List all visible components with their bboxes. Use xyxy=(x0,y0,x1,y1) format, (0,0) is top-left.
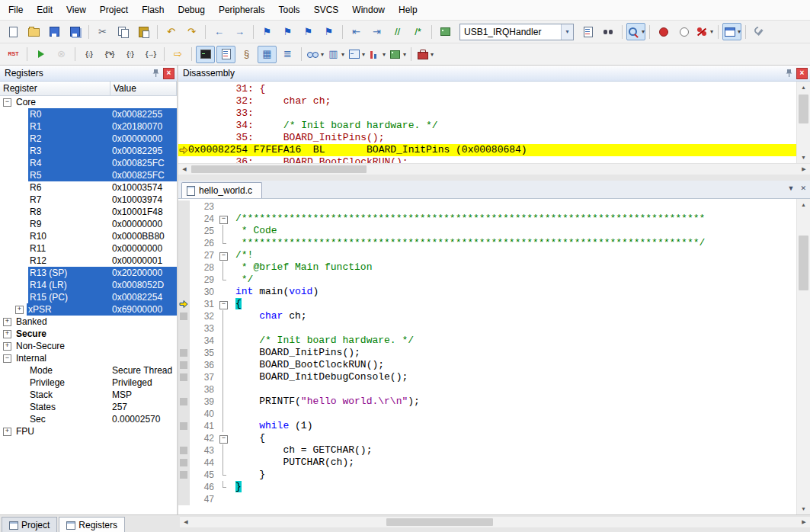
breakpoint-gutter[interactable] xyxy=(178,237,190,249)
register-row[interactable]: R90x00000000 xyxy=(0,218,177,230)
dropdown-arrow-icon[interactable]: ▾ xyxy=(362,51,365,58)
translate-button[interactable] xyxy=(578,23,597,40)
code-line[interactable]: 23 xyxy=(178,200,796,213)
menu-project[interactable]: Project xyxy=(93,2,135,18)
register-row[interactable]: ModeSecure Thread xyxy=(0,364,177,377)
disassembly-line[interactable]: 33: xyxy=(178,107,796,120)
register-row[interactable]: −Internal xyxy=(0,352,177,364)
editor-code-area[interactable]: 2324−/**********************************… xyxy=(178,199,796,514)
command-window-button[interactable] xyxy=(196,46,215,63)
disassembly-code-area[interactable]: 31: { 32: char ch; 33: 34: /* Init board… xyxy=(178,82,796,163)
new-file-button[interactable] xyxy=(4,23,23,40)
expand-icon[interactable]: + xyxy=(3,342,11,351)
code-line[interactable]: 27−/*! xyxy=(178,249,796,261)
dropdown-arrow-icon[interactable]: ▾ xyxy=(321,51,324,58)
toolbox-button[interactable]: ▾ xyxy=(415,46,434,63)
disassembly-vscrollbar[interactable]: ▲ ▼ xyxy=(796,82,810,163)
code-line-marker[interactable] xyxy=(180,349,187,357)
scroll-left-icon[interactable]: ◀ xyxy=(180,517,192,527)
breakpoint-gutter[interactable] xyxy=(178,359,190,371)
reset-button[interactable]: RST xyxy=(4,46,23,63)
next-bookmark-button[interactable]: ⚑ xyxy=(299,23,318,40)
register-row[interactable]: R80x10001F48 xyxy=(0,206,177,218)
value-column-header[interactable]: Value xyxy=(110,82,177,95)
stop-button[interactable]: ⊗ xyxy=(52,46,71,63)
breakpoint-gutter[interactable] xyxy=(178,347,190,359)
pin-icon[interactable] xyxy=(150,68,161,79)
scroll-right-icon[interactable]: ▶ xyxy=(798,517,810,527)
code-line[interactable]: 31−{ xyxy=(178,298,796,310)
code-line-marker[interactable] xyxy=(180,422,187,430)
registers-window-button[interactable]: ▦ xyxy=(258,46,277,63)
redo-button[interactable]: ↷ xyxy=(182,23,201,40)
menu-view[interactable]: View xyxy=(59,2,93,18)
dropdown-arrow-icon[interactable]: ▾ xyxy=(642,28,645,35)
code-line-marker[interactable] xyxy=(180,398,187,405)
disassembly-line[interactable]: 34: /* Init board hardware. */ xyxy=(178,120,796,132)
enable-disable-breakpoint-button[interactable] xyxy=(674,23,693,40)
code-line-marker[interactable] xyxy=(180,361,187,369)
show-next-statement-button[interactable]: ⇨ xyxy=(168,46,187,63)
dropdown-arrow-icon[interactable]: ▾ xyxy=(383,51,386,58)
register-row[interactable]: R13 (SP)0x20200000 xyxy=(0,267,177,279)
code-line-marker[interactable] xyxy=(180,447,187,454)
code-line[interactable]: 40 xyxy=(178,408,796,420)
code-line[interactable]: 39 PRINTF("hello world.\r\n"); xyxy=(178,396,796,408)
breakpoint-gutter[interactable] xyxy=(178,420,190,432)
save-button[interactable] xyxy=(45,23,64,40)
breakpoint-gutter[interactable] xyxy=(178,213,190,225)
register-row[interactable]: −Core xyxy=(0,96,177,108)
register-row[interactable]: PrivilegePrivileged xyxy=(0,377,177,389)
disassembly-current-line[interactable]: 0x00082254 F7FEFA16 BL BOARD_InitPins (0… xyxy=(178,144,796,156)
breakpoint-gutter[interactable] xyxy=(178,469,190,481)
close-tab-icon[interactable]: ✕ xyxy=(800,184,806,192)
register-row[interactable]: R40x000825FC xyxy=(0,157,177,169)
menu-svcs[interactable]: SVCS xyxy=(307,2,346,18)
step-out-button[interactable]: {↑} xyxy=(120,46,139,63)
dropdown-arrow-icon[interactable]: ▾ xyxy=(738,28,741,35)
configuration-button[interactable] xyxy=(750,23,769,40)
disassembly-line[interactable]: 35: BOARD_InitPins(); xyxy=(178,132,796,144)
menu-help[interactable]: Help xyxy=(392,2,424,18)
code-line[interactable]: 41 while (1) xyxy=(178,420,796,432)
navigate-forward-button[interactable]: → xyxy=(230,23,249,40)
code-line[interactable]: 30int main(void) xyxy=(178,286,796,298)
serial-window-button[interactable]: ▾ xyxy=(347,46,366,63)
disassembly-line[interactable]: 36: BOARD_BootClockRUN(); xyxy=(178,156,796,163)
scroll-right-icon[interactable]: ▶ xyxy=(798,164,810,175)
expand-icon[interactable]: + xyxy=(3,330,11,338)
code-line-marker[interactable] xyxy=(180,459,187,466)
symbol-window-button[interactable]: § xyxy=(237,46,256,63)
fold-toggle-icon[interactable]: − xyxy=(219,252,228,261)
register-row[interactable]: +FPU xyxy=(0,425,177,437)
flash-download-button[interactable] xyxy=(436,23,455,40)
tab-list-dropdown-icon[interactable]: ▼ xyxy=(788,184,795,192)
register-row[interactable]: R110x00000000 xyxy=(0,242,177,255)
fold-toggle-icon[interactable]: − xyxy=(219,216,228,224)
register-row[interactable]: R50x000825FC xyxy=(0,169,177,181)
navigate-back-button[interactable]: ← xyxy=(210,23,229,40)
register-row[interactable]: StackMSP xyxy=(0,389,177,401)
breakpoint-gutter[interactable] xyxy=(178,274,190,286)
code-line[interactable]: 25 * Code xyxy=(178,225,796,237)
breakpoint-gutter[interactable] xyxy=(178,261,190,274)
disassembly-line[interactable]: 31: { xyxy=(178,83,796,95)
register-row[interactable]: States257 xyxy=(0,401,177,413)
scrollbar-thumb[interactable] xyxy=(386,518,493,526)
fold-toggle-icon[interactable]: − xyxy=(219,301,228,309)
register-row[interactable]: +Banked xyxy=(0,316,177,328)
step-over-button[interactable]: {↷} xyxy=(100,46,119,63)
register-row[interactable]: R30x00082295 xyxy=(0,145,177,157)
code-line[interactable]: 24−/************************************… xyxy=(178,213,796,225)
code-line-marker[interactable] xyxy=(180,373,187,381)
register-row[interactable]: R70x10003974 xyxy=(0,194,177,206)
tab-hello-world-c[interactable]: hello_world.c xyxy=(181,182,262,198)
close-icon[interactable]: × xyxy=(796,68,808,79)
run-button[interactable] xyxy=(31,46,50,63)
save-all-button[interactable] xyxy=(66,23,85,40)
menu-debug[interactable]: Debug xyxy=(171,2,212,18)
breakpoint-gutter[interactable] xyxy=(178,310,190,322)
menu-file[interactable]: File xyxy=(2,2,30,18)
scrollbar-thumb[interactable] xyxy=(799,95,808,123)
dropdown-arrow-icon[interactable]: ▾ xyxy=(403,51,406,58)
